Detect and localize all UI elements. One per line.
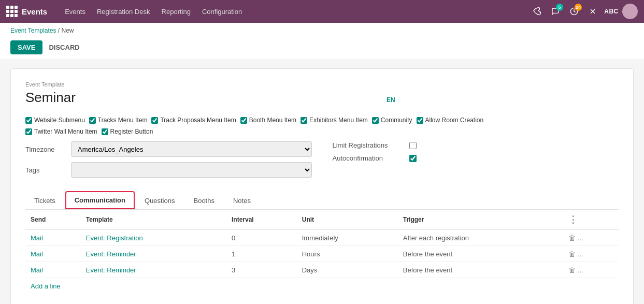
topbar: Events Events Registration Desk Reportin… <box>0 0 644 23</box>
action-buttons: SAVE DISCARD <box>10 37 634 60</box>
checkbox-exhibitors-menu: Exhibitors Menu Item <box>300 117 368 124</box>
col-send: Send <box>25 210 81 230</box>
checkbox-register-button: Register Button <box>102 128 153 135</box>
delete-row-3[interactable]: 🗑 <box>568 266 576 274</box>
app-logo[interactable]: Events <box>6 6 53 17</box>
close-icon-btn[interactable] <box>585 4 600 19</box>
col-unit: Unit <box>297 210 398 230</box>
timezone-select[interactable]: America/Los_Angeles <box>71 141 312 157</box>
send-value-1[interactable]: Mail <box>31 234 43 242</box>
tags-label: Tags <box>25 166 67 174</box>
topbar-icons: 5 24 ABC <box>529 4 638 19</box>
checkbox-website-submenu: Website Submenu <box>25 117 85 124</box>
interval-value-3: 3 <box>226 262 297 278</box>
checkbox-twitter-wall: Twitter Wall Menu Item <box>25 128 97 135</box>
add-line-button[interactable]: Add a line <box>25 278 66 294</box>
brand-label: Events <box>22 7 47 16</box>
checkbox-community: Community <box>372 117 412 124</box>
form-fields: Timezone America/Los_Angeles Tags Limit … <box>25 141 619 183</box>
template-value-2[interactable]: Event: Reminder <box>86 250 136 258</box>
form-card: Event Template EN Website Submenu Tracks… <box>10 68 634 304</box>
table-row: Mail Event: Reminder 3 Days Before the e… <box>25 262 619 278</box>
tab-content-communication: Send Template Interval Unit Trigger ⋮ Ma… <box>25 210 619 294</box>
col-template: Template <box>81 210 226 230</box>
save-button[interactable]: SAVE <box>10 40 42 54</box>
limit-registrations-checkbox[interactable] <box>409 142 417 149</box>
feature-checkboxes: Website Submenu Tracks Menu Item Track P… <box>25 117 619 135</box>
timezone-label: Timezone <box>25 146 67 153</box>
checkbox-booth-menu: Booth Menu Item <box>240 117 296 124</box>
col-interval: Interval <box>226 210 297 230</box>
row-menu-2[interactable]: … <box>577 251 583 258</box>
discard-button[interactable]: DISCARD <box>47 40 81 54</box>
title-row: EN <box>25 90 619 108</box>
delete-row-2[interactable]: 🗑 <box>568 250 576 258</box>
send-value-3[interactable]: Mail <box>31 266 43 274</box>
table-row: Mail Event: Registration 0 Immediately A… <box>25 230 619 246</box>
row-menu-3[interactable]: … <box>577 267 583 274</box>
breadcrumb-current: New <box>62 27 74 34</box>
autoconfirmation-label: Autoconfirmation <box>333 154 405 162</box>
main-content: Event Template EN Website Submenu Tracks… <box>0 60 644 304</box>
interval-value-1: 0 <box>226 230 297 246</box>
unit-value-2: Hours <box>297 246 398 262</box>
checkbox-tracks-menu: Tracks Menu Item <box>89 117 148 124</box>
user-avatar[interactable] <box>622 4 638 19</box>
tab-tickets[interactable]: Tickets <box>25 191 64 209</box>
clock-icon-btn[interactable]: 24 <box>566 4 582 19</box>
page-header: Event Templates / New SAVE DISCARD <box>0 23 644 60</box>
tab-notes[interactable]: Notes <box>224 191 260 209</box>
table-menu-icon[interactable]: ⋮ <box>568 214 578 225</box>
delete-row-1[interactable]: 🗑 <box>568 234 576 242</box>
send-value-2[interactable]: Mail <box>31 250 43 258</box>
interval-value-2: 1 <box>226 246 297 262</box>
tags-select[interactable] <box>71 162 312 178</box>
tab-questions[interactable]: Questions <box>136 191 184 209</box>
tab-bar: Tickets Communication Questions Booths N… <box>25 191 619 210</box>
tab-communication[interactable]: Communication <box>65 191 135 209</box>
breadcrumb-parent[interactable]: Event Templates <box>10 27 56 34</box>
trigger-value-1: After each registration <box>398 230 563 246</box>
limit-registrations-field: Limit Registrations <box>333 141 619 149</box>
user-name-label: ABC <box>604 4 619 19</box>
trigger-value-2: Before the event <box>398 246 563 262</box>
nav-configuration[interactable]: Configuration <box>197 5 247 19</box>
chat-icon-btn[interactable]: 5 <box>548 4 563 19</box>
left-fields: Timezone America/Los_Angeles Tags <box>25 141 312 183</box>
form-section-label: Event Template <box>25 81 619 88</box>
tab-booths[interactable]: Booths <box>184 191 223 209</box>
phone-icon-btn[interactable] <box>529 4 545 19</box>
autoconfirmation-field: Autoconfirmation <box>333 154 619 162</box>
template-value-1[interactable]: Event: Registration <box>86 234 143 242</box>
event-title-input[interactable] <box>25 90 381 108</box>
tags-field: Tags <box>25 162 312 178</box>
trigger-value-3: Before the event <box>398 262 563 278</box>
autoconfirmation-checkbox[interactable] <box>409 155 417 162</box>
lang-badge[interactable]: EN <box>387 96 395 104</box>
chat-badge: 5 <box>556 4 563 11</box>
timezone-field: Timezone America/Los_Angeles <box>25 141 312 157</box>
nav-reporting[interactable]: Reporting <box>156 5 196 19</box>
grid-icon <box>6 6 18 17</box>
breadcrumb: Event Templates / New <box>10 27 634 34</box>
col-trigger: Trigger <box>398 210 563 230</box>
limit-registrations-label: Limit Registrations <box>333 141 405 149</box>
checkbox-allow-room: Allow Room Creation <box>417 117 484 124</box>
unit-value-1: Immediately <box>297 230 398 246</box>
row-menu-1[interactable]: … <box>577 235 583 242</box>
unit-value-3: Days <box>297 262 398 278</box>
checkbox-track-proposals: Track Proposals Menu Item <box>151 117 236 124</box>
col-actions: ⋮ <box>563 210 619 230</box>
nav-registration-desk[interactable]: Registration Desk <box>92 5 155 19</box>
table-row: Mail Event: Reminder 1 Hours Before the … <box>25 246 619 262</box>
clock-badge: 24 <box>575 4 582 11</box>
communication-table: Send Template Interval Unit Trigger ⋮ Ma… <box>25 210 619 278</box>
template-value-3[interactable]: Event: Reminder <box>86 266 136 274</box>
right-fields: Limit Registrations Autoconfirmation <box>333 141 619 183</box>
nav-events[interactable]: Events <box>60 5 91 19</box>
main-nav: Events Registration Desk Reporting Confi… <box>60 5 527 19</box>
